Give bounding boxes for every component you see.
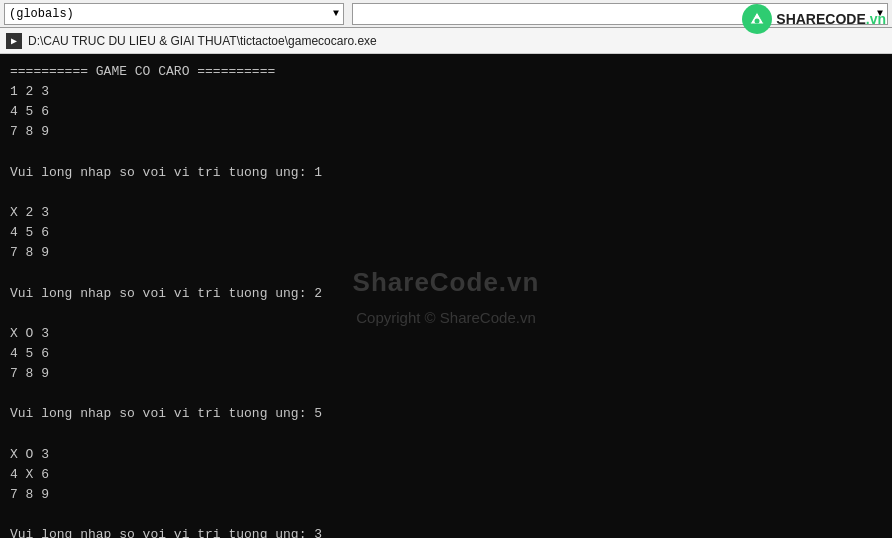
- console-window[interactable]: ========== GAME CO CARO ========== 1 2 3…: [0, 54, 892, 538]
- logo-icon: [742, 4, 772, 34]
- logo-area: SHARECODE.vn: [742, 4, 886, 34]
- svg-point-1: [755, 19, 760, 24]
- logo-suffix: .vn: [866, 11, 886, 27]
- logo-svg: [748, 10, 766, 28]
- globals-dropdown[interactable]: (globals) ▼: [4, 3, 344, 25]
- console-output: ========== GAME CO CARO ========== 1 2 3…: [10, 62, 882, 538]
- logo-text: SHARECODE.vn: [776, 11, 886, 27]
- exe-icon: ▶: [6, 33, 22, 49]
- title-bar-path: D:\CAU TRUC DU LIEU & GIAI THUAT\tictact…: [28, 34, 377, 48]
- globals-label: (globals): [9, 7, 74, 21]
- dropdown-arrow-icon: ▼: [333, 8, 339, 19]
- top-bar-section: (globals) ▼ ▼ SHARECODE.vn: [0, 0, 892, 28]
